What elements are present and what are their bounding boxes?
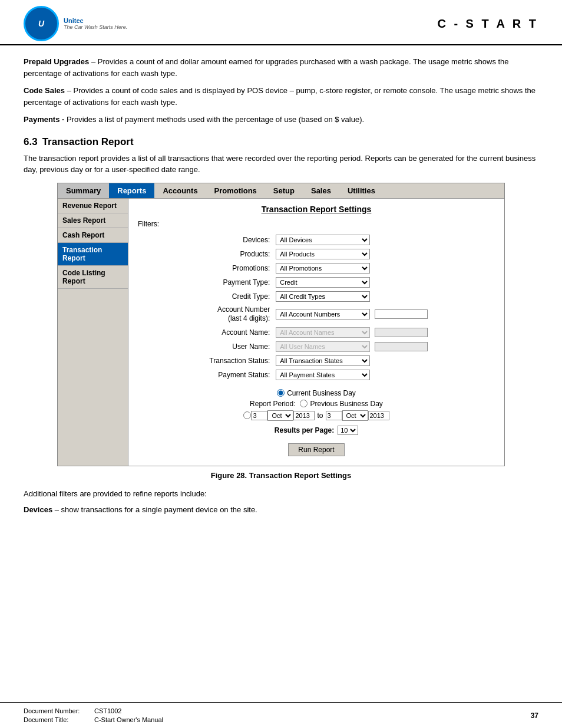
filters-label: Filters: [138, 220, 495, 228]
filter-select-user-name[interactable]: All User Names [276, 341, 370, 352]
footer-page-number: 37 [531, 711, 538, 720]
filter-select-account-number[interactable]: All Account Numbers [276, 309, 370, 319]
nav-promotions[interactable]: Promotions [206, 183, 265, 198]
page: U Unitec The Car Wash Starts Here. C - S… [0, 0, 562, 728]
filter-label-payment-type: Payment Type: [138, 275, 273, 289]
filter-cell-account-number: All Account Numbers [273, 304, 495, 325]
date-from-day[interactable] [251, 411, 267, 420]
sidebar-item-transaction-report[interactable]: Transaction Report [58, 243, 128, 266]
filter-cell-credit-type: All Credit Types [273, 289, 495, 304]
nav-summary[interactable]: Summary [58, 183, 109, 198]
radio-current-day-label: Current Business Day [287, 389, 356, 397]
footer-doc-number-label: Document Number: [24, 707, 88, 714]
filter-select-credit-type[interactable]: All Credit Types [276, 291, 370, 302]
radio-current-day[interactable] [277, 389, 285, 397]
date-to-day[interactable] [326, 411, 342, 420]
nav-accounts[interactable]: Accounts [154, 183, 206, 198]
logo-tagline: Unitec The Car Wash Starts Here. [64, 17, 127, 30]
sidebar-item-sales-report[interactable]: Sales Report [58, 213, 128, 228]
intro-para1: Prepaid Upgrades – Provides a count of a… [24, 56, 538, 79]
intro-para2: Code Sales – Provides a count of code sa… [24, 85, 538, 108]
logo-brand: Unitec [64, 17, 127, 24]
filter-row-account-number: Account Number(last 4 digits): All Accou… [138, 304, 495, 325]
section-title: Transaction Report [42, 136, 134, 147]
date-from-year[interactable] [293, 411, 315, 420]
additional-line1: Additional filters are provided to refin… [24, 488, 538, 500]
footer-left: Document Number: CST1002 Document Title:… [24, 707, 163, 723]
filter-cell-products: All Products [273, 247, 495, 261]
filter-cell-devices: All Devices [273, 233, 495, 247]
filter-row-credit-type: Credit Type: All Credit Types [138, 289, 495, 304]
intro-para3-bold: Payments - [24, 115, 64, 124]
intro-para2-bold: Code Sales [24, 86, 65, 95]
section-desc: The transaction report provides a list o… [24, 153, 538, 176]
section-heading: 6.3Transaction Report [24, 136, 538, 148]
logo-slogan: The Car Wash Starts Here. [64, 24, 127, 30]
filter-cell-transaction-status: All Transaction States [273, 354, 495, 368]
run-report-button[interactable]: Run Report [288, 443, 344, 456]
filters-table: Devices: All Devices Products: [138, 233, 495, 382]
nav-bar: Summary Reports Accounts Promotions Setu… [58, 183, 504, 199]
filter-cell-payment-status: All Payment States [273, 368, 495, 382]
nav-reports[interactable]: Reports [109, 183, 154, 198]
results-per-page-label: Results per Page: [275, 426, 334, 434]
filter-row-products: Products: All Products [138, 247, 495, 261]
filter-row-payment-status: Payment Status: All Payment States [138, 368, 495, 382]
filter-input-user-name[interactable] [375, 342, 428, 351]
sidebar-item-revenue-report[interactable]: Revenue Report [58, 199, 128, 213]
nav-sales[interactable]: Sales [303, 183, 339, 198]
footer-doc-number-row: Document Number: CST1002 [24, 707, 163, 714]
filter-select-transaction-status[interactable]: All Transaction States [276, 355, 370, 366]
filter-input-account-number[interactable] [375, 309, 428, 319]
ui-main: Revenue Report Sales Report Cash Report … [58, 199, 504, 466]
filter-select-payment-type[interactable]: Credit [276, 277, 370, 288]
filter-select-products[interactable]: All Products [276, 249, 370, 259]
logo-icon: U [24, 6, 59, 41]
sidebar: Revenue Report Sales Report Cash Report … [58, 199, 128, 466]
right-panel: Transaction Report Settings Filters: Dev… [128, 199, 504, 466]
nav-utilities[interactable]: Utilities [339, 183, 384, 198]
results-row: Results per Page: 10 25 50 [138, 426, 495, 435]
filter-select-promotions[interactable]: All Promotions [276, 263, 370, 274]
footer: Document Number: CST1002 Document Title:… [0, 702, 562, 728]
filter-label-credit-type: Credit Type: [138, 289, 273, 304]
date-to-month[interactable]: Oct [342, 410, 368, 421]
period-section: Current Business Day Report Period: Prev… [138, 389, 495, 435]
nav-setup[interactable]: Setup [265, 183, 303, 198]
footer-doc-title-row: Document Title: C-Start Owner's Manual [24, 716, 163, 723]
period-row-label: Report Period: Previous Business Day [138, 400, 495, 408]
filter-cell-payment-type: Credit [273, 275, 495, 289]
intro-para1-text: – Provides a count of and dollar amount … [24, 57, 509, 78]
filter-row-devices: Devices: All Devices [138, 233, 495, 247]
filter-select-account-name[interactable]: All Account Names [276, 327, 370, 338]
filter-row-account-name: Account Name: All Account Names [138, 325, 495, 340]
date-to-year[interactable] [368, 411, 389, 420]
filter-select-devices[interactable]: All Devices [276, 235, 370, 245]
footer-doc-title-label: Document Title: [24, 716, 88, 723]
figure-caption: Figure 28. Transaction Report Settings [24, 471, 538, 480]
filter-label-promotions: Promotions: [138, 261, 273, 275]
sidebar-item-cash-report[interactable]: Cash Report [58, 228, 128, 243]
date-from-month[interactable]: Oct [267, 410, 293, 421]
panel-title: Transaction Report Settings [138, 205, 495, 214]
filter-label-user-name: User Name: [138, 340, 273, 354]
to-label: to [317, 411, 323, 420]
filter-select-payment-status[interactable]: All Payment States [276, 370, 370, 380]
filter-label-products: Products: [138, 247, 273, 261]
filter-row-user-name: User Name: All User Names [138, 340, 495, 354]
radio-previous-day[interactable] [300, 400, 308, 407]
intro-para1-bold: Prepaid Upgrades [24, 57, 89, 66]
filter-label-payment-status: Payment Status: [138, 368, 273, 382]
sidebar-item-code-listing-report[interactable]: Code Listing Report [58, 266, 128, 289]
radio-custom-range[interactable] [243, 411, 251, 419]
intro-para3: Payments - Provides a list of payment me… [24, 114, 538, 126]
results-per-page-select[interactable]: 10 25 50 [338, 426, 358, 435]
header: U Unitec The Car Wash Starts Here. C - S… [0, 0, 562, 45]
filter-input-account-name[interactable] [375, 328, 428, 337]
page-title: C - S T A R T [437, 17, 538, 31]
ui-screenshot: Summary Reports Accounts Promotions Setu… [57, 183, 505, 466]
filter-label-account-number: Account Number(last 4 digits): [138, 304, 273, 325]
filter-label-devices: Devices: [138, 233, 273, 247]
additional-line2-bold: Devices [24, 505, 52, 514]
filter-row-payment-type: Payment Type: Credit [138, 275, 495, 289]
